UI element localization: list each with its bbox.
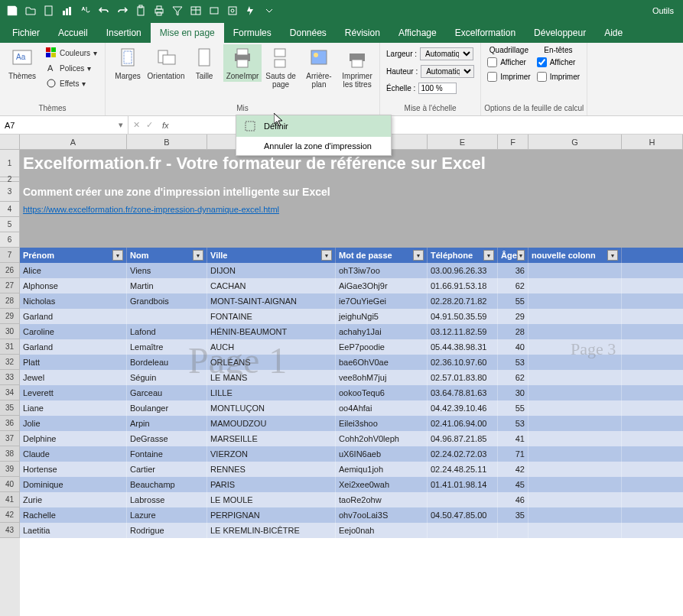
- table-cell[interactable]: Rodrigue: [127, 523, 207, 538]
- table-cell[interactable]: Zurie: [20, 492, 127, 507]
- table-cell[interactable]: Rachelle: [20, 507, 127, 523]
- column-header[interactable]: E: [428, 135, 498, 149]
- table-cell[interactable]: [529, 477, 622, 492]
- table-cell[interactable]: 53: [498, 416, 529, 431]
- table-cell[interactable]: Alice: [20, 263, 127, 278]
- row-header[interactable]: 38: [0, 446, 20, 462]
- tab-mise-en-page[interactable]: Mise en page: [151, 23, 224, 43]
- table-cell[interactable]: Beauchamp: [127, 477, 207, 492]
- table-cell[interactable]: 04.96.87.21.85: [428, 431, 498, 446]
- table-cell[interactable]: [529, 492, 622, 507]
- table-cell[interactable]: [529, 385, 622, 400]
- table-cell[interactable]: FONTAINE: [207, 309, 336, 324]
- fx-label[interactable]: fx: [158, 121, 174, 130]
- row-header[interactable]: 40: [0, 477, 20, 492]
- accept-formula-icon[interactable]: ✓: [146, 120, 153, 130]
- tab-developpeur[interactable]: Développeur: [525, 23, 595, 43]
- table-cell[interactable]: Lafond: [127, 324, 207, 339]
- table-cell[interactable]: 01.66.91.53.18: [428, 278, 498, 293]
- table-cell[interactable]: 04.50.47.85.00: [428, 507, 498, 523]
- table-cell[interactable]: oo4Ahfai: [336, 400, 428, 416]
- table-cell[interactable]: AiGae3Ohj9r: [336, 278, 428, 293]
- table-cell[interactable]: RENNES: [207, 462, 336, 477]
- table-cell[interactable]: 02.28.20.71.82: [428, 293, 498, 309]
- row-header[interactable]: 6: [0, 232, 20, 248]
- table-cell[interactable]: Séguin: [127, 370, 207, 385]
- orientation-button[interactable]: Orientation: [147, 44, 185, 82]
- size-button[interactable]: Taille: [185, 44, 223, 82]
- gridlines-show-checkbox[interactable]: [487, 57, 497, 67]
- table-cell[interactable]: 62: [498, 278, 529, 293]
- table-cell[interactable]: [529, 400, 622, 416]
- table-cell[interactable]: LILLE: [207, 385, 336, 400]
- background-button[interactable]: Arrière-plan: [300, 44, 338, 90]
- fonts-button[interactable]: APolices ▾: [43, 61, 100, 75]
- table-cell[interactable]: HÉNIN-BEAUMONT: [207, 324, 336, 339]
- table-cell[interactable]: Arpin: [127, 416, 207, 431]
- table-cell[interactable]: Labrosse: [127, 492, 207, 507]
- height-select[interactable]: Automatiqu: [421, 65, 474, 78]
- table-cell[interactable]: Eilei3shoo: [336, 416, 428, 431]
- row-header[interactable]: 4: [0, 202, 20, 217]
- table-cell[interactable]: Claude: [20, 446, 127, 462]
- row-header[interactable]: 34: [0, 385, 20, 400]
- table-cell[interactable]: Martin: [127, 278, 207, 293]
- table-cell[interactable]: Hortense: [20, 462, 127, 477]
- column-header[interactable]: B: [127, 135, 207, 149]
- table-cell[interactable]: 71: [498, 446, 529, 462]
- table-cell[interactable]: [529, 416, 622, 431]
- table-cell[interactable]: [529, 339, 622, 355]
- chart-icon[interactable]: [58, 2, 76, 20]
- table-cell[interactable]: Garland: [20, 339, 127, 355]
- table-cell[interactable]: ie7OuYieGei: [336, 293, 428, 309]
- table-cell[interactable]: Laetitia: [20, 523, 127, 538]
- margins-button[interactable]: Marges: [109, 44, 147, 82]
- table-cell[interactable]: 29: [498, 309, 529, 324]
- table-cell[interactable]: PARIS: [207, 477, 336, 492]
- table-cell[interactable]: [529, 293, 622, 309]
- table-cell[interactable]: [529, 370, 622, 385]
- table-cell[interactable]: MONTLUÇON: [207, 400, 336, 416]
- row-header[interactable]: 30: [0, 324, 20, 339]
- table-cell[interactable]: vee8ohM7juj: [336, 370, 428, 385]
- table-cell[interactable]: Cartier: [127, 462, 207, 477]
- row-header[interactable]: 27: [0, 278, 20, 293]
- row-header[interactable]: 28: [0, 293, 20, 309]
- table-cell[interactable]: Xei2xee0wah: [336, 477, 428, 492]
- table-cell[interactable]: [529, 523, 622, 538]
- tab-aide[interactable]: Aide: [595, 23, 632, 43]
- row-header[interactable]: 7: [0, 248, 20, 263]
- table-cell[interactable]: 55: [498, 400, 529, 416]
- table-header-cell[interactable]: Prénom▼: [20, 248, 127, 263]
- save-icon[interactable]: [3, 2, 21, 20]
- flash-icon[interactable]: [242, 2, 260, 20]
- table-cell[interactable]: 30: [498, 385, 529, 400]
- scale-input[interactable]: [418, 83, 457, 94]
- row-header[interactable]: 41: [0, 492, 20, 507]
- table-cell[interactable]: ookooTequ6: [336, 385, 428, 400]
- row-header[interactable]: 37: [0, 431, 20, 446]
- table-cell[interactable]: jeighuNgi5: [336, 309, 428, 324]
- row-header[interactable]: 35: [0, 400, 20, 416]
- tab-insertion[interactable]: Insertion: [97, 23, 151, 43]
- table-cell[interactable]: Fontaine: [127, 446, 207, 462]
- table-cell[interactable]: [529, 278, 622, 293]
- filter-button[interactable]: ▼: [607, 250, 618, 261]
- print-area-button[interactable]: ZoneImpr: [223, 44, 262, 82]
- table-cell[interactable]: bae6OhV0ae: [336, 355, 428, 370]
- tab-donnees[interactable]: Données: [281, 23, 336, 43]
- table-cell[interactable]: 04.42.39.10.46: [428, 400, 498, 416]
- row-header[interactable]: 36: [0, 416, 20, 431]
- new-icon[interactable]: [40, 2, 58, 20]
- tab-excelformation[interactable]: Excelformation: [446, 23, 525, 43]
- table-cell[interactable]: Aemiqu1joh: [336, 462, 428, 477]
- table-cell[interactable]: 42: [498, 462, 529, 477]
- name-box[interactable]: A7▾: [0, 116, 128, 134]
- table-cell[interactable]: 55: [498, 293, 529, 309]
- table-cell[interactable]: 28: [498, 324, 529, 339]
- table-cell[interactable]: LE KREMLIN-BICÊTRE: [207, 523, 336, 538]
- macro-icon[interactable]: [223, 2, 242, 20]
- table-cell[interactable]: 02.24.48.25.11: [428, 462, 498, 477]
- table-cell[interactable]: 02.41.06.94.00: [428, 416, 498, 431]
- table-cell[interactable]: MONT-SAINT-AIGNAN: [207, 293, 336, 309]
